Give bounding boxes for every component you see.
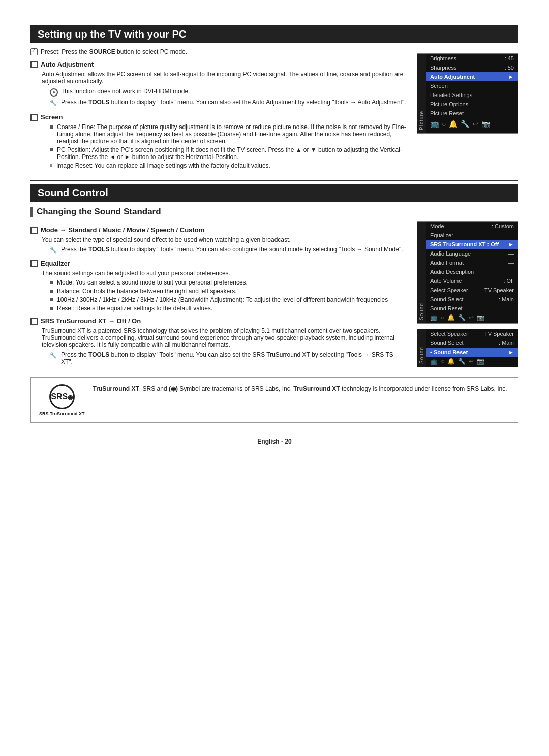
menu-item-sharpness: Sharpness: 50 [426,63,518,72]
note-tools: Press the TOOLS button to display "Tools… [50,99,407,107]
srs-checkbox-icon [30,318,38,325]
eq-bullet2: Balance: Controls the balance between th… [50,288,407,295]
srs-circle: SRS◉ [49,384,75,410]
menu-item-brightness: Brightness: 45 [426,54,518,63]
mode-content: You can select the type of special sound… [42,236,407,255]
eq-bullet-sq4 [50,307,53,310]
footer: English - 20 [30,438,518,445]
menu-item-audio-format: Audio Format: — [426,258,518,267]
menu-item-auto-adjustment: Auto Adjustment► [426,72,518,81]
mode-note-text: Press the TOOLS button to display "Tools… [61,246,403,253]
menu-item-sound-reset: Sound Reset [426,304,518,313]
menu-panel-3-label: Sound [417,329,426,367]
section3-header: Changing the Sound Standard [30,207,518,217]
srs-logo-label: SRS TruSurround XT [39,411,85,416]
menu-item-sound-reset2: • Sound Reset► [426,348,518,357]
menu-icons-area: 📺○🔔🔧↩📷 [426,118,518,133]
equalizer-text: The sound settings can be adjusted to su… [42,270,407,277]
section3-title: Changing the Sound Standard [37,207,161,216]
menu-panel-3-inner: Select Speaker: TV Speaker Sound Select:… [426,329,518,367]
menu-item-audio-lang: Audio Language: — [426,249,518,258]
menu-panel-2-inner: Mode: Custom Equalizer SRS TruSurround X… [426,222,518,323]
checkbox-icon [30,61,38,68]
menu-item-equalizer: Equalizer [426,231,518,240]
srs-trademark-box: SRS◉ SRS TruSurround XT TruSurround XT, … [30,377,518,423]
menu-item-mode: Mode: Custom [426,222,518,231]
menu-item-picture-reset: Picture Reset [426,109,518,118]
eq-bullet3: 100Hz / 300Hz / 1kHz / 2kHz / 3kHz / 10k… [50,296,407,303]
bullet-sq-icon [50,125,53,129]
menu-panel-1-wrapper: Picture Brightness: 45 Sharpness: 50 Aut… [417,53,518,171]
menu-item-srs: SRS TruSurround XT : Off► [426,240,518,249]
top-section-content: Preset: Press the SOURCE button to selec… [30,48,407,171]
mode-checkbox-icon [30,227,38,234]
menu-item-sound-select: Sound Select: Main [426,295,518,304]
eq-bullet4: Reset: Resets the equalizer settings to … [50,305,407,312]
page-content: Setting up the TV with your PC Preset: P… [30,20,518,450]
menu-item-detailed: Detailed Settings [426,90,518,100]
mode-text: You can select the type of special sound… [42,236,407,243]
menu-item-sound-sel2: Sound Select: Main [426,338,518,348]
mode-wrench-icon [50,246,58,255]
section2-title: Sound Control [38,187,108,198]
srs-content: TruSurround XT is a patented SRS technol… [42,327,407,365]
srs-note: Press the TOOLS button to display "Tools… [50,351,407,365]
screen-checkbox-icon [30,114,38,121]
menu-panel-1-label: Picture [417,54,426,133]
note-circle-icon [50,88,58,97]
section1-header: Setting up the TV with your PC [30,25,518,43]
menu-panel-1-inner: Brightness: 45 Sharpness: 50 Auto Adjust… [426,54,518,133]
eq-bullet-sq2 [50,290,53,293]
srs-note-text: Press the TOOLS button to display "Tools… [61,351,407,365]
top-section: Preset: Press the SOURCE button to selec… [30,48,518,171]
auto-adjustment-content: Auto Adjustment allows the PC screen of … [42,71,407,107]
mode-note: Press the TOOLS button to display "Tools… [50,246,407,255]
note-dvi: This function does not work in DVI-HDMI … [50,88,407,97]
menu-item-auto-vol: Auto Volume: Off [426,276,518,286]
preset-text: Preset: Press the SOURCE button to selec… [41,48,187,55]
bottom-panels: Mode → Standard / Music / Movie / Speech… [30,221,518,367]
srs-text: TruSurround XT is a patented SRS technol… [42,327,407,349]
auto-adjustment-text: Auto Adjustment allows the PC screen of … [42,71,407,85]
menu-panel-2: Sound Mode: Custom Equalizer SRS TruSurr… [417,221,518,324]
equalizer-content: The sound settings can be adjusted to su… [42,270,407,312]
screen-bullet1: Coarse / Fine: The purpose of picture qu… [50,123,407,145]
eq-bullet1: Mode: You can select a sound mode to sui… [50,279,407,286]
right-panels: Sound Mode: Custom Equalizer SRS TruSurr… [417,221,518,367]
screen-header: Screen [30,113,407,121]
menu-panel-2-label: Sound [417,222,426,323]
note-wrench-icon [50,99,58,107]
bottom-content: Mode → Standard / Music / Movie / Speech… [30,221,407,367]
menu-item-picture-options: Picture Options [426,100,518,109]
srs-wrench-icon [50,352,58,360]
note-tools-text: Press the TOOLS button to display "Tools… [61,99,406,106]
preset-icon [30,48,38,55]
preset-line: Preset: Press the SOURCE button to selec… [30,48,407,55]
menu-item-sel-speaker2: Select Speaker: TV Speaker [426,329,518,338]
menu-item-select-speaker: Select Speaker: TV Speaker [426,286,518,295]
eq-bullet-sq1 [50,281,53,284]
eq-bullet-sq3 [50,298,53,301]
srs-header: SRS TruSurround XT → Off / On [30,317,407,325]
mode-header: Mode → Standard / Music / Movie / Speech… [30,226,407,234]
bullet-sm-icon [50,164,52,167]
equalizer-header: Equalizer [30,260,407,267]
menu-3-icons-area: 📺○🔔🔧↩📷 [426,357,518,367]
menu-panel-3: Sound Select Speaker: TV Speaker Sound S… [417,329,518,367]
screen-bullet3: Image Reset: You can replace all image s… [50,162,407,169]
screen-bullet2: PC Position: Adjust the PC's screen posi… [50,146,407,161]
auto-adjustment-header: Auto Adjustment [30,60,407,68]
section2-header: Sound Control [30,184,518,202]
section-divider-1 [30,180,518,181]
bullet-sq-icon2 [50,148,53,151]
menu-2-icons-area: 📺○🔔🔧↩📷 [426,313,518,323]
eq-checkbox-icon [30,260,38,267]
srs-logo: SRS◉ SRS TruSurround XT [39,384,85,416]
menu-item-screen: Screen [426,81,518,90]
menu-item-audio-desc: Audio Description [426,267,518,276]
srs-trademark-text: TruSurround XT, SRS and (◉) Symbol are t… [93,384,507,393]
section1-title: Setting up the TV with your PC [38,28,186,40]
page-number: English - 20 [257,438,291,445]
screen-content: Coarse / Fine: The purpose of picture qu… [42,123,407,169]
menu-panel-1: Picture Brightness: 45 Sharpness: 50 Aut… [417,53,518,134]
